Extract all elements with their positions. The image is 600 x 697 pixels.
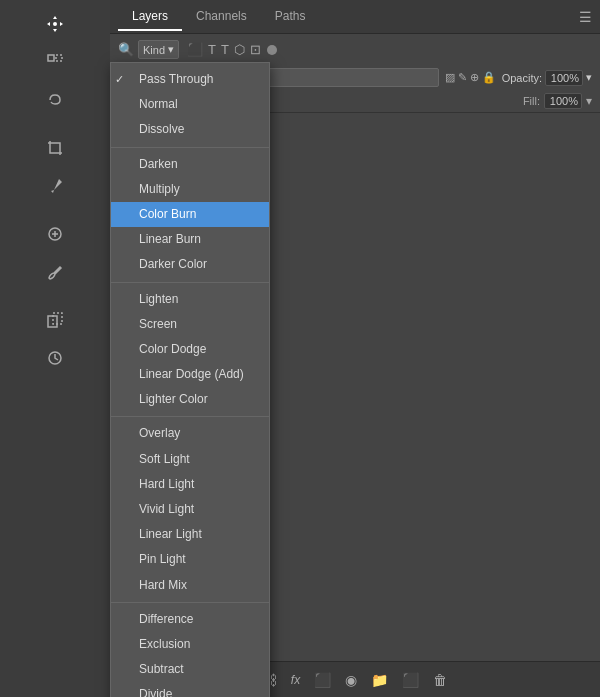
menu-item-linear-light[interactable]: Linear Light	[111, 522, 269, 547]
menu-item-linear-burn[interactable]: Linear Burn	[111, 227, 269, 252]
opacity-label: Opacity:	[502, 72, 542, 84]
opacity-arrow[interactable]: ▾	[586, 71, 592, 84]
menu-item-hard-light[interactable]: Hard Light	[111, 472, 269, 497]
panel-menu-icon[interactable]: ☰	[579, 9, 592, 25]
fx-icon[interactable]: fx	[291, 673, 300, 687]
tab-channels[interactable]: Channels	[182, 3, 261, 31]
filter-smart-icon[interactable]: ⊡	[250, 42, 261, 57]
toolbar-lasso-icon[interactable]	[37, 82, 73, 118]
toolbar-crop-icon[interactable]	[37, 130, 73, 166]
menu-item-lighten[interactable]: Lighten	[111, 287, 269, 312]
filter-adjust-icon[interactable]: T	[208, 42, 216, 57]
tab-layers[interactable]: Layers	[118, 3, 182, 31]
fill-label: Fill:	[523, 95, 540, 107]
svg-rect-0	[48, 55, 54, 61]
menu-item-color-dodge[interactable]: Color Dodge	[111, 337, 269, 362]
menu-separator-after-dissolve	[111, 147, 269, 148]
menu-item-subtract[interactable]: Subtract	[111, 657, 269, 682]
menu-item-multiply[interactable]: Multiply	[111, 177, 269, 202]
filter-icons-row: ⬛ T T ⬡ ⊡	[187, 42, 261, 57]
menu-item-lighter-color[interactable]: Lighter Color	[111, 387, 269, 412]
toolbar-history-icon[interactable]	[37, 340, 73, 376]
filter-shape-icon[interactable]: ⬡	[234, 42, 245, 57]
toolbar-select-icon[interactable]	[37, 44, 73, 80]
opacity-section: Opacity: 100% ▾	[502, 70, 592, 86]
lock-transparent-icon[interactable]: ▨	[445, 71, 455, 84]
toolbar-clone-icon[interactable]	[37, 302, 73, 338]
delete-layer-icon[interactable]: 🗑	[433, 672, 447, 688]
menu-item-linear-dodge[interactable]: Linear Dodge (Add)	[111, 362, 269, 387]
toolbar-heal-icon[interactable]	[37, 216, 73, 252]
opacity-input[interactable]: 100%	[545, 70, 583, 86]
fill-arrow[interactable]: ▾	[586, 94, 592, 108]
lock-position-icon[interactable]: ⊕	[470, 71, 479, 84]
toolbar-move-icon[interactable]	[37, 6, 73, 42]
menu-item-normal[interactable]: Normal	[111, 92, 269, 117]
toolbar-brush-icon[interactable]	[37, 254, 73, 290]
menu-item-color-burn[interactable]: Color Burn	[111, 202, 269, 227]
add-mask-icon[interactable]: ⬛	[314, 672, 331, 688]
menu-item-soft-light[interactable]: Soft Light	[111, 447, 269, 472]
new-layer-icon[interactable]: ⬛	[402, 672, 419, 688]
filter-pixel-icon[interactable]: ⬛	[187, 42, 203, 57]
fill-input[interactable]: 100%	[544, 93, 582, 109]
lock-image-icon[interactable]: ✎	[458, 71, 467, 84]
menu-item-difference[interactable]: Difference	[111, 607, 269, 632]
menu-item-exclusion[interactable]: Exclusion	[111, 632, 269, 657]
lock-icons: ▨ ✎ ⊕ 🔒	[445, 71, 496, 84]
menu-item-darker-color[interactable]: Darker Color	[111, 252, 269, 277]
menu-item-screen[interactable]: Screen	[111, 312, 269, 337]
menu-item-pin-light[interactable]: Pin Light	[111, 547, 269, 572]
lock-all-icon[interactable]: 🔒	[482, 71, 496, 84]
new-group-icon[interactable]: 📁	[371, 672, 388, 688]
svg-rect-1	[56, 55, 62, 61]
adjustment-icon[interactable]: ◉	[345, 672, 357, 688]
left-toolbar	[0, 0, 110, 697]
search-icon: 🔍	[118, 42, 134, 57]
menu-separator-after-lighter-color	[111, 416, 269, 417]
tabs-bar: Layers Channels Paths ☰	[110, 0, 600, 34]
toolbar-eyedropper-icon[interactable]	[37, 168, 73, 204]
filter-type-icon[interactable]: T	[221, 42, 229, 57]
menu-item-hard-mix[interactable]: Hard Mix	[111, 573, 269, 598]
menu-separator-after-darker-color	[111, 282, 269, 283]
blend-mode-dropdown-menu: Pass ThroughNormalDissolveDarkenMultiply…	[110, 62, 270, 697]
menu-item-divide[interactable]: Divide	[111, 682, 269, 697]
menu-separator-after-hard-mix	[111, 602, 269, 603]
filter-row: 🔍 Kind ▾ ⬛ T T ⬡ ⊡	[110, 34, 600, 65]
menu-item-darken[interactable]: Darken	[111, 152, 269, 177]
filter-active-dot	[267, 45, 277, 55]
svg-rect-3	[48, 316, 57, 327]
menu-item-overlay[interactable]: Overlay	[111, 421, 269, 446]
menu-item-dissolve[interactable]: Dissolve	[111, 117, 269, 142]
menu-item-vivid-light[interactable]: Vivid Light	[111, 497, 269, 522]
kind-dropdown[interactable]: Kind ▾	[138, 40, 179, 59]
menu-item-pass-through[interactable]: Pass Through	[111, 67, 269, 92]
tab-paths[interactable]: Paths	[261, 3, 320, 31]
